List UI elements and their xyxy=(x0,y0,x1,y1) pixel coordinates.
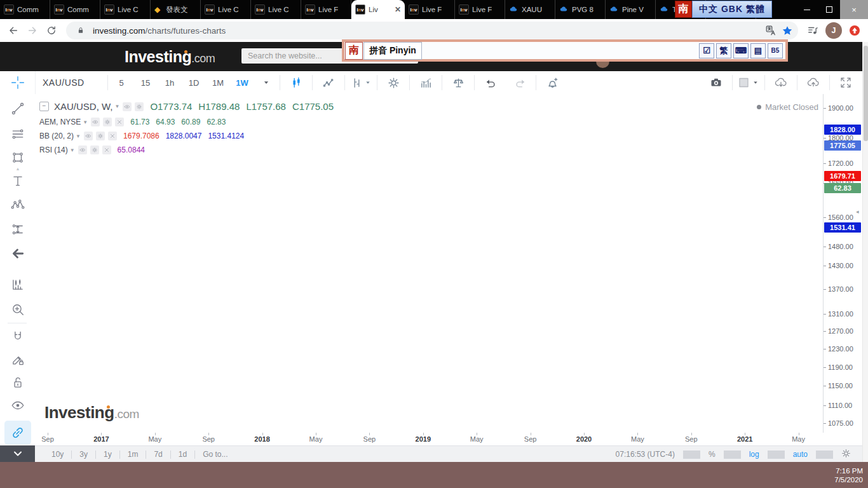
lock-all-icon[interactable] xyxy=(9,374,27,391)
cloud-save-button[interactable] xyxy=(799,71,828,94)
range-button-1d[interactable]: 1d xyxy=(171,450,194,459)
auto-scale-button[interactable]: auto xyxy=(785,450,816,459)
extension-red-icon[interactable] xyxy=(845,21,864,40)
symbol-search-button[interactable]: XAU/USD xyxy=(35,78,106,88)
browser-tab[interactable]: InvLive F xyxy=(301,0,351,19)
bookmark-star-icon[interactable] xyxy=(779,25,796,36)
ime-b5-icon[interactable]: B5 xyxy=(768,43,783,58)
window-minimize-button[interactable] xyxy=(796,0,818,19)
browser-tab[interactable]: InvComm xyxy=(50,0,100,19)
legend-rsi-caret-icon[interactable]: ▼ xyxy=(70,147,75,153)
text-icon[interactable] xyxy=(9,172,27,190)
time-axis[interactable]: Sep2017MaySep2018MaySep2019MaySep2020May… xyxy=(35,433,823,445)
magnet-icon[interactable] xyxy=(9,328,27,346)
background-square-button[interactable] xyxy=(734,71,763,94)
legend-rsi-close-button[interactable] xyxy=(102,146,111,154)
browser-tab-active[interactable]: InvLiv✕ xyxy=(351,0,405,19)
measure-icon[interactable] xyxy=(9,276,27,294)
interval-button-5[interactable]: 5 xyxy=(109,71,133,94)
range-button-1y[interactable]: 1y xyxy=(96,450,119,459)
legend-collapse-button[interactable]: − xyxy=(39,102,49,111)
ime-check-icon[interactable]: ☑ xyxy=(699,43,714,58)
legend-main-eye-button[interactable] xyxy=(123,102,132,111)
legend-aem-eye-button[interactable] xyxy=(91,118,100,126)
ime-panel-icon[interactable]: ▤ xyxy=(750,43,766,58)
interval-button-1d[interactable]: 1D xyxy=(182,71,206,94)
xabcd-pattern-icon[interactable] xyxy=(9,196,27,214)
line-chart-button[interactable] xyxy=(314,71,343,94)
sync-link-icon[interactable] xyxy=(4,421,31,445)
range-button-7d[interactable]: 7d xyxy=(146,450,170,459)
window-close-button[interactable]: × xyxy=(840,0,868,19)
trend-line-icon[interactable] xyxy=(9,100,27,118)
scrollbar-thumb[interactable] xyxy=(864,46,868,141)
range-button-3y[interactable]: 3y xyxy=(72,450,95,459)
redo-button[interactable] xyxy=(505,71,534,94)
browser-tab[interactable]: Pine V xyxy=(606,0,656,19)
interval-button-1h[interactable]: 1h xyxy=(158,71,182,94)
alert-bell-plus-button[interactable] xyxy=(538,71,567,94)
fib-extension-icon[interactable] xyxy=(9,220,27,238)
interval-button-1w[interactable]: 1W xyxy=(230,71,254,94)
interval-button-15[interactable]: 15 xyxy=(133,71,158,94)
legend-main-caret-icon[interactable]: ▼ xyxy=(115,104,120,109)
investing-logo[interactable]: Investing.com xyxy=(125,48,215,66)
legend-rsi-eye-button[interactable] xyxy=(78,146,87,154)
ime-mode-label[interactable]: 拼音 Pinyin xyxy=(363,42,422,60)
ime-han-icon[interactable]: 南 xyxy=(345,42,363,60)
address-bar[interactable]: investing.com/charts/futures-charts xyxy=(66,22,798,39)
ime-traditional-toggle[interactable]: 繁 xyxy=(716,43,731,58)
interval-caret-down-icon[interactable] xyxy=(254,71,278,94)
window-restore-button[interactable] xyxy=(818,0,840,19)
legend-aem-close-button[interactable] xyxy=(115,118,124,126)
extension-music-icon[interactable] xyxy=(803,21,822,40)
percent-scale-button[interactable]: % xyxy=(700,450,724,459)
indicators-button[interactable] xyxy=(411,71,440,94)
browser-tab[interactable]: InvComm xyxy=(0,0,50,19)
scales-button[interactable] xyxy=(444,71,473,94)
translate-icon[interactable] xyxy=(763,25,779,36)
browser-tab[interactable]: XAUU xyxy=(505,0,555,19)
legend-aem-gear-button[interactable] xyxy=(103,118,112,126)
candlestick-chart-button[interactable] xyxy=(281,71,311,94)
camera-snapshot-button[interactable] xyxy=(702,71,731,94)
fullscreen-button[interactable] xyxy=(831,71,860,94)
ime-language-badge[interactable]: 南 中文 GBK 繁體 xyxy=(675,1,772,18)
goto-date-button[interactable]: Go to... xyxy=(195,450,235,459)
range-button-1m[interactable]: 1m xyxy=(120,450,146,459)
axis-collapse-icon[interactable]: ◂ xyxy=(856,208,859,215)
zoom-in-icon[interactable] xyxy=(9,301,27,318)
browser-tab[interactable]: InvLive F xyxy=(405,0,455,19)
page-scrollbar[interactable] xyxy=(862,42,868,462)
legend-aem-caret-icon[interactable]: ▼ xyxy=(83,119,88,125)
undo-button[interactable] xyxy=(476,71,505,94)
bottom-settings-gear-icon[interactable] xyxy=(833,449,859,460)
drawer-chevron-down-icon[interactable] xyxy=(0,445,35,462)
compare-bars-button[interactable] xyxy=(346,71,376,94)
browser-tab[interactable]: InvLive C xyxy=(251,0,301,19)
browser-tab[interactable]: InvLive C xyxy=(100,0,151,19)
price-axis[interactable]: 1900.001800.001720.001660.001560.001480.… xyxy=(823,94,863,433)
ime-keyboard-icon[interactable]: ⌨ xyxy=(733,43,749,58)
interval-button-1m[interactable]: 1M xyxy=(206,71,230,94)
hide-drawings-icon[interactable] xyxy=(9,396,27,414)
settings-gear-button[interactable] xyxy=(379,71,408,94)
browser-tab[interactable]: ◆發表文 xyxy=(151,0,201,19)
legend-rsi-gear-button[interactable] xyxy=(90,146,99,154)
crosshair-icon[interactable] xyxy=(9,74,27,92)
drawing-lock-icon[interactable] xyxy=(9,351,27,369)
cloud-load-button[interactable] xyxy=(766,71,796,94)
legend-bb-gear-button[interactable] xyxy=(96,132,105,140)
back-arrow-icon[interactable] xyxy=(9,245,27,262)
browser-tab[interactable]: PVG 8 xyxy=(555,0,606,19)
range-button-10y[interactable]: 10y xyxy=(44,450,71,459)
log-scale-button[interactable]: log xyxy=(741,450,768,459)
taskbar-clock[interactable]: 7:16 PM 7/5/2020 xyxy=(834,462,863,488)
forward-icon[interactable] xyxy=(23,21,42,40)
reload-icon[interactable] xyxy=(42,21,61,40)
legend-bb-eye-button[interactable] xyxy=(84,132,93,140)
browser-profile-avatar[interactable]: J xyxy=(825,22,842,39)
legend-bb-caret-icon[interactable]: ▼ xyxy=(76,133,81,139)
fib-retracement-icon[interactable] xyxy=(9,125,27,143)
browser-tab[interactable]: InvLive F xyxy=(455,0,505,19)
